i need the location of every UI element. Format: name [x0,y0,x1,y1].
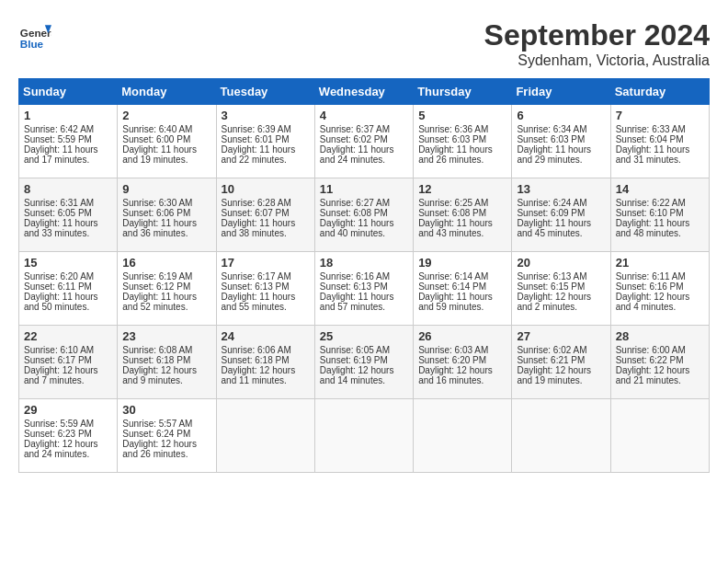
table-row: 25 Sunrise: 6:05 AM Sunset: 6:19 PM Dayl… [314,326,413,399]
table-row: 13 Sunrise: 6:24 AM Sunset: 6:09 PM Dayl… [512,178,610,252]
table-row: 26 Sunrise: 6:03 AM Sunset: 6:20 PM Dayl… [414,326,512,399]
table-row: 19 Sunrise: 6:14 AM Sunset: 6:14 PM Dayl… [414,252,512,326]
header-sunday: Sunday [19,79,118,105]
table-row [610,399,709,473]
header-tuesday: Tuesday [216,79,314,105]
table-row: 17 Sunrise: 6:17 AM Sunset: 6:13 PM Dayl… [216,252,314,326]
table-row: 3 Sunrise: 6:39 AM Sunset: 6:01 PM Dayli… [216,105,314,178]
calendar-week-row: 29 Sunrise: 5:59 AM Sunset: 6:23 PM Dayl… [19,399,710,473]
header-row: Sunday Monday Tuesday Wednesday Thursday… [19,79,710,105]
title-block: September 2024 Sydenham, Victoria, Austr… [484,18,710,69]
svg-text:Blue: Blue [20,38,44,50]
table-row: 10 Sunrise: 6:28 AM Sunset: 6:07 PM Dayl… [216,178,314,252]
page-header: General Blue September 2024 Sydenham, Vi… [18,18,710,69]
table-row [512,399,610,473]
calendar-week-row: 15 Sunrise: 6:20 AM Sunset: 6:11 PM Dayl… [19,252,710,326]
table-row: 18 Sunrise: 6:16 AM Sunset: 6:13 PM Dayl… [314,252,413,326]
table-row: 24 Sunrise: 6:06 AM Sunset: 6:18 PM Dayl… [216,326,314,399]
table-row: 28 Sunrise: 6:00 AM Sunset: 6:22 PM Dayl… [610,326,709,399]
table-row: 5 Sunrise: 6:36 AM Sunset: 6:03 PM Dayli… [414,105,512,178]
table-row [314,399,413,473]
table-row: 11 Sunrise: 6:27 AM Sunset: 6:08 PM Dayl… [314,178,413,252]
header-wednesday: Wednesday [314,79,413,105]
table-row [414,399,512,473]
header-saturday: Saturday [610,79,709,105]
page-subtitle: Sydenham, Victoria, Australia [484,52,710,69]
table-row: 29 Sunrise: 5:59 AM Sunset: 6:23 PM Dayl… [19,399,118,473]
logo-icon: General Blue [18,18,51,52]
table-row: 21 Sunrise: 6:11 AM Sunset: 6:16 PM Dayl… [610,252,709,326]
table-row: 23 Sunrise: 6:08 AM Sunset: 6:18 PM Dayl… [118,326,216,399]
table-row: 4 Sunrise: 6:37 AM Sunset: 6:02 PM Dayli… [314,105,413,178]
table-row: 9 Sunrise: 6:30 AM Sunset: 6:06 PM Dayli… [118,178,216,252]
table-row: 1 Sunrise: 6:42 AM Sunset: 5:59 PM Dayli… [19,105,118,178]
calendar-table: Sunday Monday Tuesday Wednesday Thursday… [18,78,710,473]
calendar-week-row: 1 Sunrise: 6:42 AM Sunset: 5:59 PM Dayli… [19,105,710,178]
table-row: 8 Sunrise: 6:31 AM Sunset: 6:05 PM Dayli… [19,178,118,252]
table-row: 30 Sunrise: 5:57 AM Sunset: 6:24 PM Dayl… [118,399,216,473]
table-row: 7 Sunrise: 6:33 AM Sunset: 6:04 PM Dayli… [610,105,709,178]
table-row: 2 Sunrise: 6:40 AM Sunset: 6:00 PM Dayli… [118,105,216,178]
table-row: 14 Sunrise: 6:22 AM Sunset: 6:10 PM Dayl… [610,178,709,252]
table-row: 20 Sunrise: 6:13 AM Sunset: 6:15 PM Dayl… [512,252,610,326]
logo: General Blue [18,18,51,52]
table-row: 27 Sunrise: 6:02 AM Sunset: 6:21 PM Dayl… [512,326,610,399]
header-monday: Monday [118,79,216,105]
table-row: 15 Sunrise: 6:20 AM Sunset: 6:11 PM Dayl… [19,252,118,326]
header-friday: Friday [512,79,610,105]
table-row: 16 Sunrise: 6:19 AM Sunset: 6:12 PM Dayl… [118,252,216,326]
table-row: 12 Sunrise: 6:25 AM Sunset: 6:08 PM Dayl… [414,178,512,252]
table-row: 22 Sunrise: 6:10 AM Sunset: 6:17 PM Dayl… [19,326,118,399]
header-thursday: Thursday [414,79,512,105]
table-row [216,399,314,473]
table-row: 6 Sunrise: 6:34 AM Sunset: 6:03 PM Dayli… [512,105,610,178]
calendar-week-row: 8 Sunrise: 6:31 AM Sunset: 6:05 PM Dayli… [19,178,710,252]
calendar-week-row: 22 Sunrise: 6:10 AM Sunset: 6:17 PM Dayl… [19,326,710,399]
page-title: September 2024 [484,18,710,52]
